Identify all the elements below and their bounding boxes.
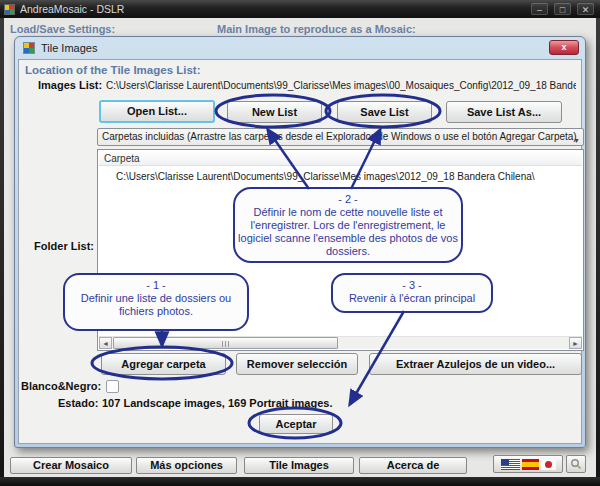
main-image-label: Main Image to reproduce as a Mosaic: [217,23,416,35]
dialog-close-button[interactable]: x [549,40,579,55]
scrollbar-grip-icon [222,341,230,347]
folder-list-column-header: Carpeta [99,151,582,166]
chevron-down-icon: ▼ [573,133,580,146]
load-save-settings-label: Load/Save Settings: [10,23,115,35]
folders-dropdown-value: Carpetas incluidas (Arrastre las carpeta… [102,131,577,142]
close-icon[interactable]: ✕ [577,3,594,15]
minimize-icon[interactable]: – [531,3,548,15]
scroll-left-icon[interactable]: ◄ [99,337,112,349]
language-selector-button[interactable] [493,455,563,473]
tile-images-dialog: Tile Images x Location of the Tile Image… [14,36,586,448]
callout-2-text: Définir le nom de cette nouvelle liste e… [238,206,458,257]
dialog-titlebar[interactable]: Tile Images x [15,37,585,59]
new-list-button[interactable]: New List [227,101,322,123]
scrollbar-thumb[interactable] [113,337,338,349]
dialog-title: Tile Images [41,42,97,54]
aceptar-button[interactable]: Aceptar [259,414,333,434]
callout-2: - 2 - Définir le nom de cette nouvelle l… [233,187,463,263]
images-list-label: Images List: [38,79,102,91]
callout-1: - 1 - Definir une liste de dossiers ou f… [63,273,249,331]
horizontal-scrollbar[interactable]: ◄ ► [99,336,582,349]
folder-list-row[interactable]: C:\Users\Clarisse Laurent\Documents\99_C… [116,171,535,182]
folders-dropdown[interactable]: Carpetas incluidas (Arrastre las carpeta… [97,128,584,146]
section-title: Location of the Tile Images List: [25,64,201,76]
window-bottom-border [0,477,600,486]
mas-opciones-button[interactable]: Más opciones [136,457,237,474]
remover-seleccion-button[interactable]: Remover selección [236,353,358,375]
acerca-de-button[interactable]: Acerca de [359,457,467,474]
folder-list-label: Folder List: [21,240,94,252]
images-list-path: C:\Users\Clarisse Laurent\Documents\99_C… [106,80,576,91]
search-button[interactable] [566,455,586,473]
window-title: AndreaMosaic - DSLR [20,3,124,15]
callout-3-number: - 3 - [333,279,491,292]
app-logo-icon [4,4,15,15]
dialog-logo-icon [23,42,35,54]
spain-flag-icon [522,459,539,470]
estado-label: Estado: [58,397,98,409]
scroll-right-icon[interactable]: ► [569,337,582,349]
callout-3: - 3 - Revenir à l'écran principal [331,273,493,313]
search-icon [570,458,582,470]
estado-value: 107 Landscape images, 169 Portrait image… [102,397,333,409]
callout-2-number: - 2 - [235,193,461,206]
save-list-as-button[interactable]: Save List As... [446,101,562,123]
blanco-negro-label: Blanco&Negro: [21,380,101,392]
open-list-button[interactable]: Open List... [99,100,215,123]
blanco-negro-checkbox[interactable] [106,380,119,393]
callout-1-number: - 1 - [65,279,247,292]
japan-flag-icon [541,459,556,470]
save-list-button[interactable]: Save List [337,101,432,123]
window-left-border [0,18,4,486]
callout-3-text: Revenir à l'écran principal [349,292,475,304]
window-right-border [596,18,600,486]
screen: AndreaMosaic - DSLR – □ ✕ Load/Save Sett… [0,0,600,486]
callout-1-text: Definir une liste de dossiers ou fichier… [81,292,231,317]
extraer-azulejos-button[interactable]: Extraer Azulejos de un video... [369,353,582,375]
crear-mosaico-button[interactable]: Crear Mosaico [10,457,132,474]
agregar-carpeta-button[interactable]: Agregar carpeta [101,353,226,375]
tile-images-button[interactable]: Tile Images [244,457,354,474]
dialog-body: Location of the Tile Images List: Images… [18,59,582,444]
window-titlebar: AndreaMosaic - DSLR – □ ✕ [0,0,600,18]
maximize-icon[interactable]: □ [554,3,571,15]
us-flag-icon [501,459,520,470]
